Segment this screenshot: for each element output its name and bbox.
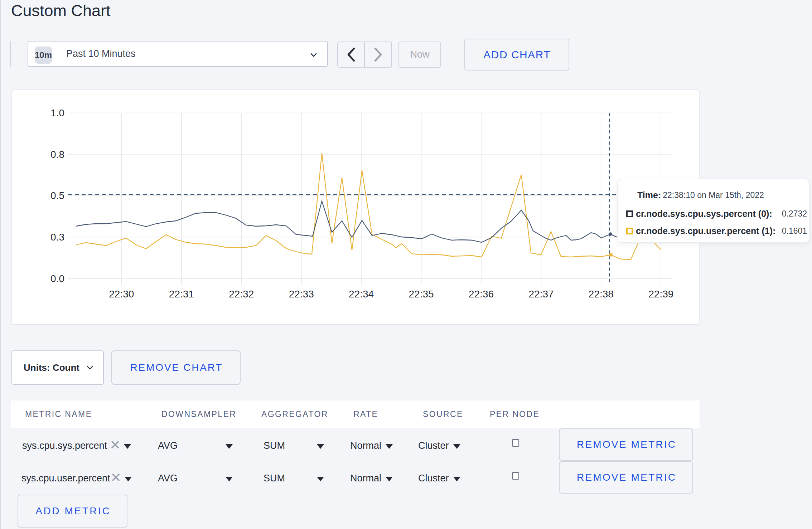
svg-text:22:38: 22:38	[589, 288, 614, 300]
svg-text:0.0: 0.0	[50, 273, 64, 284]
svg-text:22:37: 22:37	[528, 288, 554, 300]
svg-text:22:32: 22:32	[229, 288, 254, 300]
svg-text:22:31: 22:31	[169, 288, 194, 300]
svg-text:0.5: 0.5	[50, 190, 64, 201]
svg-text:22:34: 22:34	[349, 288, 374, 300]
svg-text:22:35: 22:35	[409, 288, 434, 300]
svg-text:0.8: 0.8	[50, 149, 64, 160]
svg-text:22:39: 22:39	[648, 288, 673, 300]
svg-text:22:36: 22:36	[469, 288, 494, 300]
svg-text:0.3: 0.3	[50, 232, 64, 243]
svg-text:22:30: 22:30	[109, 288, 134, 300]
svg-text:1.0: 1.0	[50, 107, 64, 118]
svg-text:22:33: 22:33	[289, 288, 314, 300]
